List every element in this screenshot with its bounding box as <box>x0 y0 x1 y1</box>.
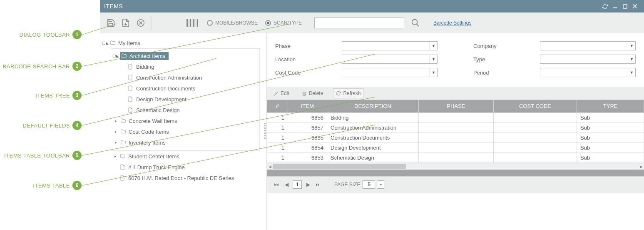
table-row[interactable]: 16853Schematic DesignSub <box>267 152 644 162</box>
tree-label: 6070 H.M. Rated Door - Republic DE Serie… <box>128 175 234 181</box>
tree-node[interactable]: ▸Concrete Wall Items <box>111 115 259 126</box>
refresh-icon[interactable] <box>600 1 610 11</box>
barcode-icon <box>185 16 199 30</box>
col-header[interactable]: PHASE <box>419 100 494 112</box>
type-combo[interactable]: ▼ <box>540 55 636 64</box>
costcode-combo[interactable]: ▼ <box>342 68 438 77</box>
tree-label: My Items <box>118 40 140 46</box>
table-row[interactable]: 16854Design DevelopmentSub <box>267 142 644 152</box>
tree-leaf[interactable]: Design Development <box>128 94 259 105</box>
callout-badge: 6 <box>72 181 82 190</box>
tree-node[interactable]: ▸Cost Code Items <box>111 126 259 137</box>
tree-label: Schematic Design <box>136 107 180 113</box>
document-icon <box>128 75 134 80</box>
cancel-icon[interactable] <box>134 16 147 30</box>
document-icon <box>128 64 134 70</box>
svg-rect-19 <box>195 19 195 27</box>
col-header[interactable]: COST CODE <box>494 100 577 112</box>
cell-idx: 1 <box>267 122 288 132</box>
phase-combo[interactable]: ▼ <box>342 41 438 50</box>
tree-root[interactable]: ▢◣ My Items <box>103 38 260 48</box>
chevron-down-icon: ▼ <box>430 42 437 50</box>
period-combo[interactable]: ▼ <box>540 68 636 77</box>
svg-rect-21 <box>197 19 198 27</box>
svg-rect-13 <box>186 19 186 27</box>
radio-scan-type[interactable]: SCAN/TYPE <box>265 20 302 26</box>
barcode-settings-link[interactable]: Barcode Settings <box>433 20 471 26</box>
callout-badge: 4 <box>72 121 82 130</box>
pager-page-input[interactable] <box>293 180 302 189</box>
callout-label: DEFAULT FIELDS <box>23 122 70 129</box>
radio-label: MOBILE/BROWSE <box>215 20 258 26</box>
col-header[interactable]: TYPE <box>577 100 644 112</box>
close-icon[interactable] <box>630 1 640 11</box>
table-row[interactable]: 16857Construction AdministrationSub <box>267 122 644 132</box>
svg-rect-16 <box>190 19 191 27</box>
edit-button[interactable]: Edit <box>271 89 292 98</box>
tree-leaf[interactable]: 6070 H.M. Rated Door - Republic DE Serie… <box>111 172 260 183</box>
radio-label: SCAN/TYPE <box>274 20 302 26</box>
cell-cost <box>494 142 577 152</box>
table-row[interactable]: 16856BiddingSub <box>267 112 644 122</box>
callout-label: BARCODE SEARCH BAR <box>3 63 70 70</box>
callout-badge: 2 <box>72 62 82 71</box>
cell-item: 6856 <box>288 112 327 122</box>
pager-last-icon[interactable]: ⏭ <box>314 181 322 188</box>
maximize-icon[interactable] <box>620 1 630 11</box>
tree-node[interactable]: ▸Student Center Items <box>111 151 260 162</box>
location-combo[interactable]: ▼ <box>342 55 438 64</box>
cell-phase <box>419 142 494 152</box>
pager-first-icon[interactable]: ⏮ <box>273 181 280 188</box>
minimize-icon[interactable] <box>610 1 620 11</box>
page-size-input[interactable] <box>363 180 375 189</box>
tree-label: # 1 Dump Truck Engine <box>128 164 185 170</box>
col-header[interactable]: ITEM <box>288 100 327 112</box>
document-icon <box>120 164 126 170</box>
radio-mobile-browse[interactable]: MOBILE/BROWSE <box>207 20 258 26</box>
tree-leaf[interactable]: # 1 Dump Truck Engine <box>111 162 260 172</box>
cell-idx: 1 <box>267 152 288 162</box>
tree-node-architect[interactable]: ▢◣ Architect Items <box>111 50 259 61</box>
caret-right-icon: ▸ <box>113 154 117 158</box>
tree-label: Inventory Items <box>129 140 166 146</box>
tree-leaf[interactable]: Construction Documents <box>128 83 259 94</box>
right-pane: Phase▼ Company▼ Location▼ Type▼ Cost Cod… <box>266 33 644 230</box>
svg-rect-7 <box>623 5 627 8</box>
tree-leaf[interactable]: Bidding <box>128 61 259 72</box>
scroll-left-icon[interactable]: ◀ <box>267 163 273 170</box>
tree-leaf[interactable]: Construction Administration <box>128 72 259 83</box>
col-header[interactable]: # <box>267 100 288 112</box>
delete-button[interactable]: Delete <box>299 89 326 98</box>
scroll-thumb[interactable] <box>273 164 406 169</box>
callout-label: ITEMS TABLE TOOLBAR <box>4 152 70 159</box>
folder-icon <box>120 153 126 159</box>
document-icon <box>128 96 134 102</box>
callout-label: DIALOG TOOLBAR <box>20 32 70 38</box>
chevron-down-icon: ▼ <box>628 42 635 50</box>
tree-node[interactable]: ▸Inventory Items <box>111 137 259 148</box>
save-icon[interactable] <box>104 16 117 30</box>
cell-desc: Construction Documents <box>327 132 419 142</box>
horizontal-scrollbar[interactable]: ◀ ▶ <box>267 163 644 170</box>
document-icon <box>120 175 126 181</box>
tree-leaf[interactable]: Schematic Design <box>128 105 259 115</box>
filter-label: Type <box>473 56 540 62</box>
caret-right-icon: ▸ <box>114 119 118 123</box>
pager-prev-icon[interactable]: ◀ <box>283 181 290 188</box>
company-combo[interactable]: ▼ <box>540 41 636 50</box>
col-header[interactable]: DESCRIPTION <box>327 100 419 112</box>
filter-label: Location <box>275 56 342 62</box>
table-row[interactable]: 16855Construction DocumentsSub <box>267 132 644 142</box>
scroll-right-icon[interactable]: ▶ <box>638 163 644 170</box>
export-icon[interactable] <box>119 16 132 30</box>
page-size-dropdown[interactable]: ▼ <box>378 180 384 189</box>
splitter-handle[interactable] <box>263 33 266 230</box>
pager: ⏮ ◀ ▶ ⏭ PAGE SIZE ▼ <box>267 176 644 193</box>
radio-dot-icon <box>265 20 271 26</box>
search-icon[interactable] <box>411 18 420 28</box>
refresh-button[interactable]: Refresh <box>333 88 363 98</box>
caret-right-icon: ▸ <box>114 130 118 134</box>
barcode-mode-radios: MOBILE/BROWSE SCAN/TYPE <box>207 20 302 26</box>
pager-next-icon[interactable]: ▶ <box>304 181 312 188</box>
barcode-search-input[interactable] <box>314 18 404 28</box>
